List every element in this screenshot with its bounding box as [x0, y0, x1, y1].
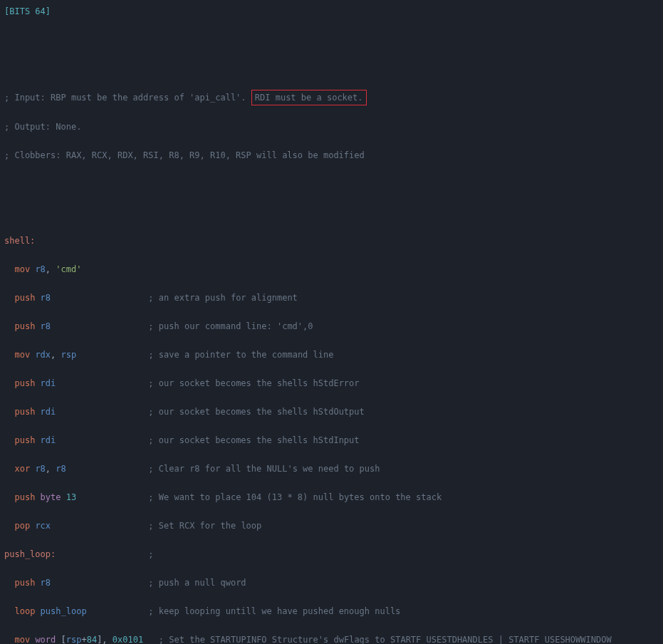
assembly-code-block: [BITS 64] ; Input: RBP must be the addre…	[4, 4, 659, 644]
comment-clobbers: ; Clobbers: RAX, RCX, RDX, RSI, R8, R9, …	[4, 148, 659, 162]
label-push-loop: push_loop: ;	[4, 547, 659, 561]
comment-output: ; Output: None.	[4, 120, 659, 134]
label-shell: shell:	[4, 234, 659, 248]
comment-input: ; Input: RBP must be the address of 'api…	[4, 90, 659, 105]
highlight-rdi-socket: RDI must be a socket.	[251, 90, 367, 105]
directive-bits: [BITS 64]	[4, 4, 659, 19]
